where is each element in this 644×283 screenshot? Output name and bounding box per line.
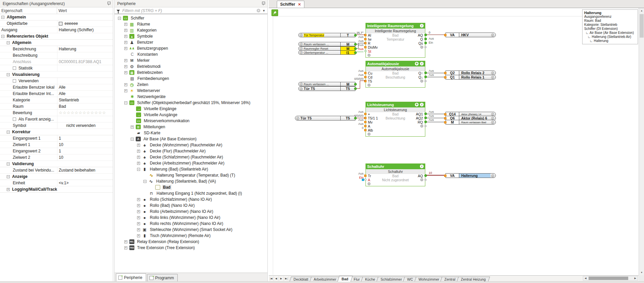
function-block-lichtsteuerung[interactable]: Lichtsteuerung✚iLichtsteuerung+BadAQ1T5/… xyxy=(366,102,425,137)
collapse-icon[interactable]: − xyxy=(7,73,10,76)
info-icon[interactable]: i xyxy=(420,24,424,28)
add-output-icon[interactable]: + xyxy=(420,178,423,181)
input-reference-raum-verlassen-[interactable]: iRaum verlassen ...M xyxy=(298,42,355,46)
tab-schiffer[interactable]: Schiffer ✕ xyxy=(277,1,304,8)
page-tab-wohnzimmer[interactable]: Wohnzimmer xyxy=(414,277,443,282)
property-row[interactable]: Als Favorit anzeig... xyxy=(0,116,113,123)
page-tab-zentral-heizung[interactable]: Zentral Heizung xyxy=(457,277,490,282)
tree-item-wetterserver[interactable]: +☀Wetterserver xyxy=(115,88,267,94)
collapse-icon[interactable]: − xyxy=(143,180,146,183)
expand-icon[interactable]: + xyxy=(124,47,127,50)
collapse-icon[interactable]: − xyxy=(1,35,4,38)
property-row[interactable]: Statistik xyxy=(0,65,113,72)
output-connector[interactable] xyxy=(354,117,357,120)
expand-icon[interactable]: + xyxy=(137,144,140,147)
tree-item-stehleuchte-wohnzimmer-smart-socket-air-[interactable]: +▣Stehleuchte (Wohnzimmer) (Smart Socket… xyxy=(115,227,267,233)
property-row[interactable]: BezeichnungHalterung xyxy=(0,46,113,52)
info-icon[interactable]: i xyxy=(420,62,424,65)
tree-item-decke-arbeitszimmer-rauchmelder-air-[interactable]: +♠Decke (Arbeitszimmer) (Rauchmelder Air… xyxy=(115,160,267,166)
page-tab-schlafzimmer[interactable]: Schlafzimmer xyxy=(376,277,406,282)
column-wert[interactable]: Wert xyxy=(57,7,113,14)
vertical-scrollbar[interactable]: ▲ ▼ xyxy=(639,8,644,275)
pin-icon[interactable] xyxy=(262,2,265,5)
property-group[interactable]: −Referenziertes Objekt xyxy=(0,33,113,40)
tree-item-benutzergruppen[interactable]: +♟♟Benutzergruppen xyxy=(115,45,267,51)
expand-icon[interactable]: + xyxy=(137,156,140,159)
output-connector[interactable] xyxy=(354,51,357,54)
output-connector[interactable] xyxy=(354,87,357,90)
tree-item-benutzer[interactable]: +♟Benutzer xyxy=(115,39,267,45)
property-row[interactable]: Eingangswert 11 xyxy=(0,135,113,142)
property-row[interactable]: Zielwert 110 xyxy=(0,142,113,148)
property-row[interactable]: Beschreibung xyxy=(0,52,113,59)
property-group[interactable]: −Validierung xyxy=(0,161,113,167)
add-input-icon[interactable]: + xyxy=(368,84,371,87)
tree-item-halterung-temperatur-temperatur-bad-t-[interactable]: ∿Halterung Temperatur (Temperatur, Bad) … xyxy=(115,172,267,178)
add-input-icon[interactable]: + xyxy=(368,54,371,57)
program-canvas[interactable]: 25,7°AusAusAusEinAusAusIntelligente Raum… xyxy=(269,8,639,275)
input-reference-tür-temperatur[interactable]: iTür TemperaturT xyxy=(298,33,355,37)
tree-item-tree-extension-tree-extension-[interactable]: +TREETree Extension (Tree Extension) xyxy=(115,245,267,251)
input-connector[interactable] xyxy=(444,113,446,115)
input-connector[interactable] xyxy=(444,175,446,177)
input-connector[interactable] xyxy=(444,72,446,74)
tree-item-räume[interactable]: +▦Räume xyxy=(115,21,267,27)
property-value[interactable]: Stellantrieb xyxy=(57,97,113,103)
tree-item-virtuelle-eingänge[interactable]: →Virtuelle Eingänge xyxy=(115,106,267,112)
info-icon[interactable]: i xyxy=(420,103,424,106)
expand-icon[interactable]: + xyxy=(124,23,127,26)
property-value[interactable] xyxy=(57,52,113,58)
property-row[interactable]: Erlaubte Benutzer Int...Alle xyxy=(0,91,113,97)
tree-item-rollo-schlafzimmer-nano-io-air-[interactable]: +●Rollo (Schlafzimmer) (Nano IO Air) xyxy=(115,196,267,202)
tree-item-halterung-bad-stellantrieb-air-[interactable]: −▮Halterung (Bad) (Stellantrieb Air) xyxy=(115,166,267,172)
property-row[interactable]: Einheit<v.1> xyxy=(0,180,113,186)
tree-item-zeiten[interactable]: +◷Zeiten xyxy=(115,82,267,88)
expand-icon[interactable]: + xyxy=(137,222,140,225)
input-reference-raum-verlassen-[interactable]: iRaum verlassen ...M xyxy=(298,82,355,86)
tree-item-sd-karte[interactable]: ▰SD-Karte xyxy=(115,130,267,136)
output-reference-rollo-relais-1[interactable]: Q1Rollo Relais 1i xyxy=(445,75,496,80)
property-row[interactable]: Bewertung☆☆☆☆☆☆☆☆☆☆☆☆ xyxy=(0,110,113,116)
tree-item-halterung-stellantrieb-bad-va-[interactable]: −∿Halterung (Stellantrieb, Bad) (VA) xyxy=(115,178,267,184)
property-value[interactable]: Halterung xyxy=(57,46,113,52)
close-icon[interactable]: ✕ xyxy=(298,2,301,7)
tree-item-netzwerkgeräte[interactable]: ✱Netzwerkgeräte xyxy=(115,94,267,100)
tree-item-bad[interactable]: Bad xyxy=(115,184,267,190)
collapse-icon[interactable]: − xyxy=(131,138,134,141)
property-value[interactable]: eeeeee xyxy=(57,20,113,27)
property-row[interactable]: Zustand bei Verbindu...Zustand beibehalt… xyxy=(0,167,113,174)
expand-icon[interactable]: + xyxy=(124,65,127,68)
output-reference-hkv[interactable]: VAHKVi xyxy=(445,33,496,37)
function-block-automatikjalousie[interactable]: Automatikjalousie✚iAutomatikjalousieCuBa… xyxy=(366,61,425,88)
collapse-icon[interactable]: − xyxy=(124,101,127,104)
tree-filter-input[interactable]: Filtern mit (STRG + F) xyxy=(122,8,257,13)
expand-icon[interactable]: + xyxy=(124,83,127,86)
input-connector[interactable] xyxy=(444,121,446,124)
tree-item-schiffer[interactable]: −▭Schiffer xyxy=(115,15,267,21)
page-nav-button[interactable]: ▶| xyxy=(284,276,289,281)
tree-item-symbole[interactable]: +▴Symbole xyxy=(115,33,267,39)
collapse-icon[interactable]: − xyxy=(1,16,4,19)
expand-icon[interactable]: + xyxy=(137,162,140,165)
output-reference-raum-verlassen-bad[interactable]: MRaum verlassen Badi xyxy=(445,120,496,125)
property-value[interactable]: Alle xyxy=(57,84,113,90)
tree-item-schiffer-objektspeicherbedarf-geschätzt-[interactable]: −▭Schiffer (Objektspeicherbedarf geschät… xyxy=(115,100,267,106)
property-value[interactable]: Bad xyxy=(57,103,113,109)
property-row[interactable]: Objektfarbeeeeeee xyxy=(0,20,113,27)
output-connector[interactable] xyxy=(354,43,357,46)
expand-icon[interactable]: + xyxy=(137,198,140,201)
tree-item-decke-schlafzimmer-rauchmelder-air-[interactable]: +♠Decke (Schlafzimmer) (Rauchmelder Air) xyxy=(115,154,267,160)
scroll-left-icon[interactable]: ◀ xyxy=(583,276,588,280)
function-block-schaltuhr[interactable]: SchaltuhriSchaltuhrTrBadAQANicht zugeord… xyxy=(366,163,425,186)
collapse-icon[interactable]: − xyxy=(7,41,10,44)
output-reference-rollo-relais-2[interactable]: Q2Rollo Relais 2i xyxy=(445,70,496,75)
property-group[interactable]: −Anzeige xyxy=(0,174,113,180)
expand-icon[interactable]: + xyxy=(124,35,127,38)
chevron-down-icon[interactable]: ▼ xyxy=(262,9,265,12)
tree-item-miniserverkommunikation[interactable]: ▭Miniserverkommunikation xyxy=(115,118,267,124)
property-value[interactable]: 0C000001.81F388.AQ1 xyxy=(57,59,113,65)
expand-icon[interactable]: + xyxy=(137,228,140,231)
move-icon[interactable]: ✚ xyxy=(415,103,419,106)
tree-item-rollo-arbeitszimmer-nano-io-air-[interactable]: +●Rollo (Arbeitszimmer) (Nano IO Air) xyxy=(115,208,267,215)
page-tab-arbeitszimmer[interactable]: Arbeitszimmer xyxy=(309,277,340,282)
